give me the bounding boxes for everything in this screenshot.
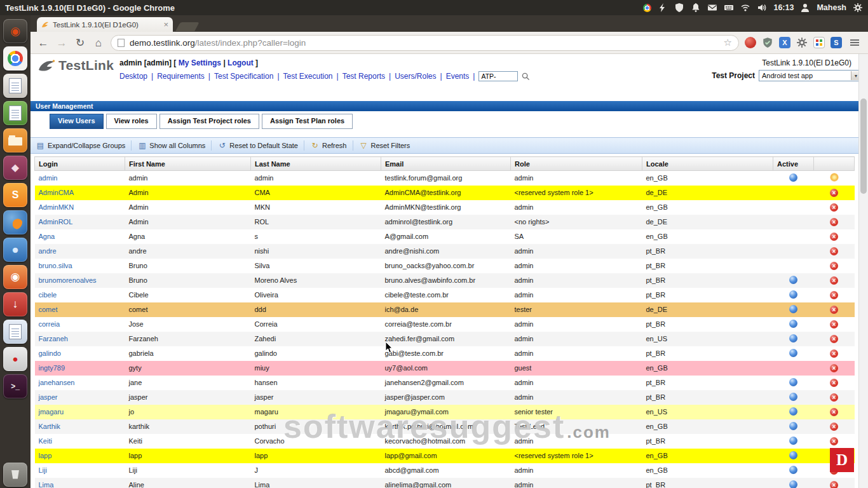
user-login-link[interactable]: Agna xyxy=(39,233,55,240)
nav-events[interactable]: Events xyxy=(446,72,470,81)
column-header-locale[interactable]: Locale xyxy=(642,157,773,171)
user-login-link[interactable]: Farzaneh xyxy=(39,335,68,342)
launcher-installer-icon[interactable] xyxy=(3,292,27,316)
delete-user-icon[interactable]: × xyxy=(830,276,838,285)
forward-button[interactable]: → xyxy=(55,37,68,48)
user-login-link[interactable]: comet xyxy=(39,306,58,313)
user-login-link[interactable]: Keiti xyxy=(39,437,52,445)
my-settings-link[interactable]: My Settings xyxy=(179,58,221,67)
active-icon[interactable] xyxy=(789,407,797,416)
delete-user-icon[interactable]: × xyxy=(830,262,838,270)
delete-user-icon[interactable]: × xyxy=(830,364,838,372)
active-icon[interactable] xyxy=(789,305,797,313)
user-login-link[interactable]: ingty789 xyxy=(39,364,65,372)
tab-view-roles[interactable]: View roles xyxy=(106,114,157,129)
test-case-search-input[interactable] xyxy=(478,71,518,81)
user-login-link[interactable]: jasper xyxy=(39,393,58,401)
home-button[interactable]: ⌂ xyxy=(92,37,105,48)
xmarks-icon[interactable]: X xyxy=(779,37,790,48)
test-project-select[interactable]: Android test app ▼ xyxy=(759,70,862,81)
launcher-trash-icon[interactable] xyxy=(3,463,27,487)
delete-user-icon[interactable]: × xyxy=(830,437,838,445)
keyboard-icon[interactable] xyxy=(724,3,734,13)
delete-user-icon[interactable]: × xyxy=(830,247,838,255)
launcher-chrome-icon[interactable] xyxy=(3,46,27,71)
launcher-web-browser-icon[interactable] xyxy=(3,238,27,262)
logout-link[interactable]: Logout xyxy=(227,58,254,67)
testlink-logo[interactable]: TestLink xyxy=(37,58,114,73)
launcher-file-manager-icon[interactable] xyxy=(3,128,27,152)
user-login-link[interactable]: bruno.silva xyxy=(39,262,72,269)
show-all-columns-button[interactable]: Show all Columns xyxy=(137,141,205,151)
nav-test-specification[interactable]: Test Specification xyxy=(214,72,273,81)
speed-dial-icon[interactable] xyxy=(813,37,825,48)
user-login-link[interactable]: Liji xyxy=(39,466,47,474)
user-login-link[interactable]: janehansen xyxy=(39,379,75,386)
volume-icon[interactable] xyxy=(757,3,767,13)
delete-user-icon[interactable]: × xyxy=(830,393,838,402)
new-tab-button[interactable] xyxy=(175,22,199,31)
launcher-terminal-icon[interactable] xyxy=(3,374,27,398)
mail-icon[interactable] xyxy=(707,3,717,13)
column-header-active[interactable]: Active xyxy=(773,157,814,171)
column-header-actions[interactable] xyxy=(814,157,855,171)
user-login-link[interactable]: correia xyxy=(39,320,60,328)
search-icon[interactable] xyxy=(522,72,530,81)
tab-assign-test-plan-roles[interactable]: Assign Test Plan roles xyxy=(262,114,353,129)
address-bar[interactable]: demo.testlink.org/latest/index.php?calle… xyxy=(111,35,739,51)
bookmark-star-icon[interactable]: ☆ xyxy=(724,37,732,48)
delete-user-icon[interactable]: × xyxy=(830,320,838,329)
active-icon[interactable] xyxy=(789,349,797,357)
reset-filters-button[interactable]: Reset Filters xyxy=(359,141,410,151)
delete-user-icon[interactable]: × xyxy=(830,408,838,416)
active-icon[interactable] xyxy=(789,378,797,386)
delete-user-icon[interactable]: × xyxy=(830,189,838,197)
power-icon[interactable] xyxy=(658,3,668,13)
active-icon[interactable] xyxy=(789,320,797,328)
delete-user-icon[interactable]: × xyxy=(830,291,838,299)
reload-button[interactable]: ↻ xyxy=(74,37,86,48)
page-scrollbar[interactable] xyxy=(858,54,868,488)
user-login-link[interactable]: AdminROL xyxy=(39,218,73,226)
user-login-link[interactable]: Lima xyxy=(39,481,54,488)
column-header-login[interactable]: Login xyxy=(35,157,125,171)
launcher-dash-home-icon[interactable] xyxy=(3,19,27,43)
launcher-libreoffice-writer-icon[interactable] xyxy=(3,320,27,344)
tab-close-icon[interactable]: × xyxy=(163,20,168,29)
active-icon[interactable] xyxy=(789,290,797,299)
clock[interactable]: 16:13 xyxy=(773,3,794,12)
user-login-link[interactable]: brunomorenoalves xyxy=(39,276,97,284)
session-user[interactable]: Mahesh xyxy=(817,3,846,12)
column-header-role[interactable]: Role xyxy=(511,157,642,171)
delete-user-icon[interactable]: × xyxy=(830,379,838,387)
refresh-button[interactable]: Refresh xyxy=(310,141,347,151)
delete-user-icon[interactable]: × xyxy=(830,423,838,431)
user-icon[interactable] xyxy=(800,3,810,13)
s-extension-icon[interactable]: S xyxy=(831,37,842,48)
column-header-last-name[interactable]: Last Name xyxy=(251,157,381,171)
user-login-link[interactable]: galindo xyxy=(39,349,61,357)
active-icon[interactable] xyxy=(789,422,797,430)
extension-gear-icon[interactable] xyxy=(796,37,808,48)
nav-desktop[interactable]: Desktop xyxy=(119,72,147,81)
column-header-first-name[interactable]: First Name xyxy=(125,157,251,171)
launcher-software-center-icon[interactable] xyxy=(3,265,27,289)
back-button[interactable]: ← xyxy=(37,37,50,48)
launcher-screen-recorder-icon[interactable] xyxy=(3,347,27,371)
active-icon[interactable] xyxy=(789,276,797,284)
chrome-indicator-icon[interactable] xyxy=(643,4,651,12)
tab-assign-test-project-roles[interactable]: Assign Test Project roles xyxy=(159,114,259,129)
delete-user-icon[interactable]: × xyxy=(830,481,838,488)
nav-requirements[interactable]: Requirements xyxy=(157,72,205,81)
delete-user-icon[interactable]: × xyxy=(830,335,838,343)
active-icon[interactable] xyxy=(789,393,797,401)
user-login-link[interactable]: Karthik xyxy=(39,423,60,430)
launcher-sublime-text-icon[interactable] xyxy=(3,183,27,207)
system-settings-icon[interactable] xyxy=(853,3,863,13)
nav-users-roles[interactable]: Users/Roles xyxy=(395,72,436,81)
user-login-link[interactable]: lapp xyxy=(39,452,52,459)
delete-user-icon[interactable]: × xyxy=(830,203,838,212)
user-login-link[interactable]: andre xyxy=(39,247,57,255)
launcher-package-manager-icon[interactable] xyxy=(3,156,27,180)
network-wifi-icon[interactable] xyxy=(740,3,750,13)
